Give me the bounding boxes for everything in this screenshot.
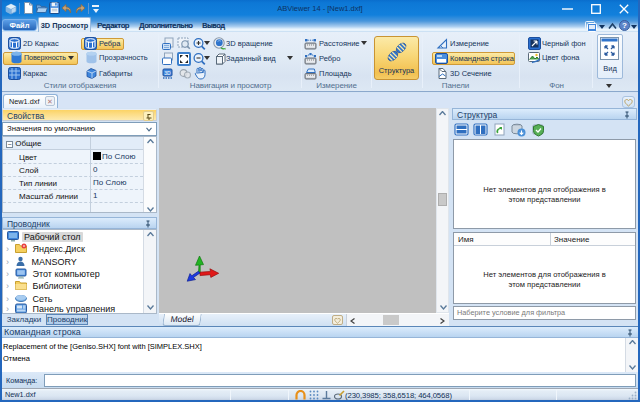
svg-text:?: ? (622, 21, 627, 30)
svg-text:3D: 3D (164, 70, 171, 76)
